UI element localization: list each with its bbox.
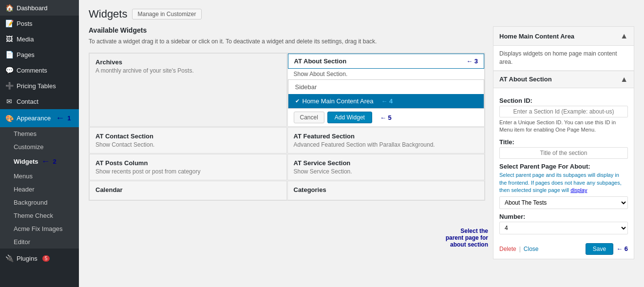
section-id-label: Section ID: — [499, 97, 628, 104]
widget-contact-title: AT Contact Section — [95, 133, 281, 140]
widget-cell-archives[interactable]: Archives A monthly archive of your site'… — [89, 53, 287, 127]
sidebar-item-dashboard[interactable]: 🏠 Dashboard — [0, 0, 79, 16]
content-wrap: Available Widgets To activate a widget d… — [89, 26, 634, 259]
add-widget-button[interactable]: Add Widget — [327, 112, 372, 123]
widget-form: Section ID: Enter a Unique Section ID. Y… — [493, 88, 634, 239]
number-label: Number: — [499, 213, 628, 220]
title-input[interactable] — [499, 147, 628, 159]
annotation-5: ← 5 — [380, 114, 392, 121]
annotation-4: ← 4 — [381, 97, 393, 105]
right-panel-area-title: Home Main Content Area — [499, 33, 574, 40]
widget-cell-posts-col[interactable]: AT Posts Column Show recents post or pos… — [89, 154, 287, 180]
widget-archives-desc: A monthly archive of your site's Posts. — [95, 67, 281, 74]
annotation-2-label: 2 — [53, 158, 56, 165]
widget-cell-service[interactable]: AT Service Section Show Service Section. — [287, 154, 485, 180]
widget-posts-col-title: AT Posts Column — [95, 159, 281, 167]
annotation-3: ← 3 — [466, 57, 478, 65]
right-panel-area-header: Home Main Content Area ▲ — [493, 27, 634, 46]
section-id-input[interactable] — [499, 106, 628, 117]
widget-actions: Delete | Close Save ← 6 — [493, 239, 634, 259]
sidebar-item-appearance[interactable]: 🎨 Appearance ← 1 — [0, 109, 79, 127]
widget-cell-calendar[interactable]: Calendar — [89, 181, 287, 200]
pages-icon: 📄 — [5, 51, 14, 58]
widget-popup-actions: Cancel Add Widget ← 5 — [288, 109, 485, 126]
sidebar-item-pricing-tables[interactable]: ➕ Pricing Tables — [0, 78, 79, 94]
widget-cell-featured[interactable]: AT Featured Section Advanced Featured Se… — [287, 127, 485, 153]
sidebar-item-contact[interactable]: ✉ Contact — [0, 94, 79, 109]
page-header: Widgets Manage in Customizer — [89, 8, 634, 20]
arrow-annotation-1: ← — [56, 113, 64, 123]
annotation-6: ← 6 — [616, 245, 628, 252]
widget-section-header: AT About Section ▲ — [493, 71, 634, 88]
widget-archives-title: Archives — [95, 58, 281, 66]
widget-section-title: AT About Section — [499, 76, 552, 83]
sidebar-sub-customize[interactable]: Customize — [0, 140, 79, 153]
contact-icon: ✉ — [5, 97, 14, 105]
pricing-icon: ➕ — [5, 82, 14, 90]
select-parent-label: Select Parent Page For About: — [499, 163, 628, 170]
sidebar-sub-themes[interactable]: Themes — [0, 127, 79, 140]
plugins-badge: 5 — [42, 255, 50, 262]
sidebar-item-posts[interactable]: 📝 Posts — [0, 16, 79, 31]
sidebar-item-media[interactable]: 🖼 Media — [0, 31, 79, 47]
media-icon: 🖼 — [5, 35, 14, 43]
show-about-text: Show About Section. — [288, 69, 485, 79]
annotation-1-label: 1 — [67, 115, 71, 122]
cancel-button[interactable]: Cancel — [294, 112, 324, 123]
select-parent-display-link[interactable]: display — [570, 187, 587, 193]
sidebar-sub-theme-check[interactable]: Theme Check — [0, 209, 79, 222]
widget-service-title: AT Service Section — [294, 159, 479, 167]
right-panel-area-desc: Displays widgets on home page main conte… — [493, 46, 634, 71]
dropdown-option-home-main[interactable]: ✔ Home Main Content Area ← 4 — [288, 94, 484, 108]
sidebar-item-pages[interactable]: 📄 Pages — [0, 47, 79, 62]
close-link[interactable]: Close — [524, 246, 539, 252]
collapse-icon[interactable]: ▲ — [620, 32, 628, 40]
number-dropdown[interactable]: 4 — [499, 222, 628, 234]
main-content: Widgets Manage in Customizer Available W… — [79, 0, 644, 287]
widget-dropdown-list: Sidebar ✔ Home Main Content Area ← 4 — [288, 79, 485, 109]
widget-collapse-icon[interactable]: ▲ — [620, 75, 628, 84]
arrow-annotation-2: ← — [41, 156, 50, 167]
available-widgets-desc: To activate a widget drag it to a sideba… — [89, 37, 485, 46]
widget-featured-title: AT Featured Section — [294, 133, 479, 140]
widget-cell-at-about[interactable]: AT About Section ← 3 Show About Section.… — [287, 53, 485, 127]
select-parent-desc: Select parent page and its subpages will… — [499, 172, 628, 194]
widget-posts-col-desc: Show recents post or post from category — [95, 168, 281, 175]
comments-icon: 💬 — [5, 66, 14, 74]
available-widgets-title: Available Widgets — [89, 26, 485, 34]
sidebar-sub-background[interactable]: Background — [0, 196, 79, 209]
posts-icon: 📝 — [5, 19, 14, 27]
sidebar-sub-widgets[interactable]: Widgets ← 2 — [0, 153, 79, 170]
select-parent-dropdown[interactable]: About The Tests — [499, 196, 628, 209]
widget-service-desc: Show Service Section. — [294, 168, 479, 175]
appearance-icon: 🎨 — [5, 115, 14, 122]
sidebar-sub-menus[interactable]: Menus — [0, 170, 79, 183]
dashboard-icon: 🏠 — [5, 4, 14, 12]
title-label: Title: — [499, 138, 628, 146]
sidebar-item-plugins[interactable]: 🔌 Plugins 5 — [0, 250, 79, 266]
sidebar-sub-acme-images[interactable]: Acme Fix Images — [0, 222, 79, 235]
sidebar-item-comments[interactable]: 💬 Comments — [0, 62, 79, 78]
page-title: Widgets — [89, 8, 127, 20]
plugins-icon: 🔌 — [5, 254, 14, 262]
admin-sidebar: 🏠 Dashboard 📝 Posts 🖼 Media 📄 Pages 💬 Co… — [0, 0, 79, 287]
delete-link[interactable]: Delete — [499, 246, 516, 252]
widget-categories-title: Categories — [294, 186, 479, 193]
widget-calendar-title: Calendar — [95, 186, 281, 193]
widget-featured-desc: Advanced Featured Section with Parallax … — [294, 141, 479, 148]
section-id-hint: Enter a Unique Section ID. You can use t… — [499, 119, 628, 134]
widget-cell-categories[interactable]: Categories — [287, 181, 485, 200]
dropdown-option-sidebar[interactable]: Sidebar — [288, 80, 484, 94]
at-about-section-box[interactable]: AT About Section ← 3 — [288, 54, 485, 69]
manage-in-customizer-button[interactable]: Manage in Customizer — [132, 9, 201, 19]
widget-cell-contact[interactable]: AT Contact Section Show Contact Section. — [89, 127, 287, 153]
sidebar-sub-header[interactable]: Header — [0, 183, 79, 196]
widget-contact-desc: Show Contact Section. — [95, 141, 281, 148]
sidebar-sub-editor[interactable]: Editor — [0, 235, 79, 249]
available-widgets-col: Available Widgets To activate a widget d… — [89, 26, 485, 259]
widgets-grid: Archives A monthly archive of your site'… — [89, 53, 485, 201]
save-button[interactable]: Save — [586, 243, 613, 255]
right-panel: Home Main Content Area ▲ Displays widget… — [493, 26, 634, 259]
appearance-submenu: Themes Customize Widgets ← 2 Menus Heade… — [0, 127, 79, 249]
